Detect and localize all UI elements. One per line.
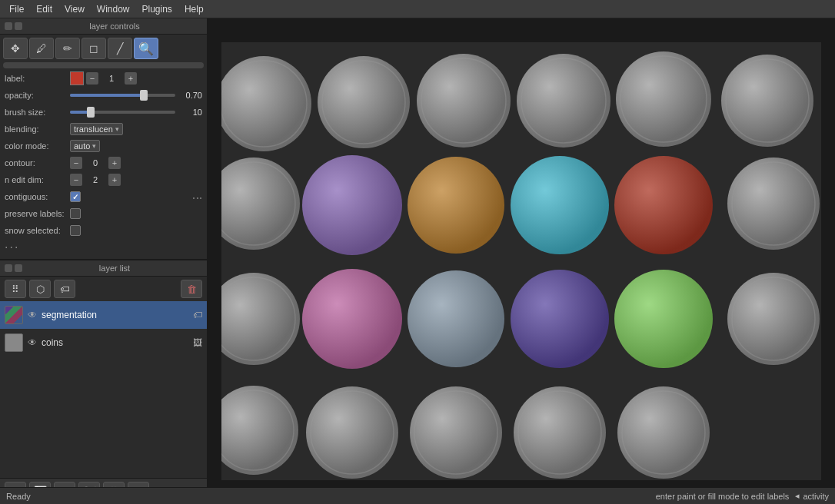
contiguous-value: ✓ <box>70 191 202 202</box>
svg-point-15 <box>302 155 402 255</box>
show-selected-row: snow selected: <box>0 222 207 239</box>
blending-select-value: translucen <box>74 124 113 134</box>
delete-layer-btn[interactable]: 🗑 <box>181 280 202 298</box>
label-color-swatch[interactable] <box>70 71 84 85</box>
color-mode-label: color mode: <box>5 141 70 151</box>
label-increment[interactable]: + <box>125 72 137 85</box>
fill-tool-btn[interactable]: ✏ <box>55 38 80 59</box>
contour-value-display: 0 <box>84 158 107 167</box>
paint-tool-btn[interactable]: 🖊 <box>29 38 54 59</box>
svg-point-5 <box>417 54 511 148</box>
blending-row: blending: translucen ▾ <box>0 121 207 138</box>
n-edit-dim-decrement[interactable]: − <box>70 174 82 186</box>
svg-point-18 <box>614 156 713 254</box>
new-points-layer-btn[interactable]: ⠿ <box>5 280 26 298</box>
erase-tool-btn[interactable]: ◻ <box>82 38 106 59</box>
menu-item-view[interactable]: View <box>58 2 91 16</box>
menu-item-plugins[interactable]: Plugins <box>136 2 178 16</box>
label-value-display: 1 <box>100 74 123 83</box>
menu-item-edit[interactable]: Edit <box>30 2 58 16</box>
layer-list-icon-2[interactable] <box>15 264 22 272</box>
svg-point-26 <box>614 270 713 368</box>
segmentation-layer-thumbnail <box>5 306 23 324</box>
contiguous-more-menu[interactable]: ⋮ <box>191 193 204 201</box>
color-mode-select[interactable]: auto ▾ <box>70 140 100 152</box>
segmentation-layer-type-icon: 🏷 <box>193 310 202 320</box>
show-selected-checkbox[interactable] <box>70 225 81 236</box>
tool-row: ✥ 🖊 ✏ ◻ ╱ 🔍 <box>0 35 207 61</box>
opacity-slider-track[interactable] <box>70 94 175 97</box>
segmentation-layer-visibility-toggle[interactable]: 👁 <box>26 309 38 321</box>
more-label: ··· <box>5 240 19 254</box>
activity-icon: ◂ <box>795 491 800 501</box>
menu-item-help[interactable]: Help <box>178 2 210 16</box>
svg-point-7 <box>517 54 610 148</box>
contiguous-checkbox[interactable]: ✓ <box>70 191 81 202</box>
label-decrement[interactable]: − <box>86 72 98 85</box>
line-tool-btn[interactable]: ╱ <box>108 38 132 59</box>
n-edit-dim-row: n edit dim: − 2 + <box>0 171 207 188</box>
activity-button[interactable]: ◂ activity <box>795 491 829 501</box>
controls-scrollbar[interactable] <box>3 62 204 68</box>
svg-point-17 <box>511 156 609 254</box>
coins-canvas[interactable] <box>221 42 821 480</box>
n-edit-dim-increment[interactable]: + <box>108 174 121 186</box>
canvas-area <box>208 18 835 504</box>
new-shapes-layer-btn[interactable]: ⬡ <box>29 280 51 298</box>
layer-list-title: layer list <box>27 264 202 273</box>
menu-bar: FileEditViewWindowPluginsHelp <box>0 0 835 18</box>
svg-point-11 <box>721 55 813 147</box>
svg-point-9 <box>616 51 711 147</box>
n-edit-dim-num-control: − 2 + <box>70 174 121 186</box>
preserve-labels-checkbox[interactable] <box>70 208 81 219</box>
contour-increment[interactable]: + <box>108 157 121 169</box>
n-edit-dim-value-display: 2 <box>84 175 107 184</box>
layer-list-panel: layer list ⠿ ⬡ 🏷 🗑 👁 segmentation 🏷 👁 c <box>0 260 207 478</box>
layer-actions: ⠿ ⬡ 🏷 🗑 <box>0 277 207 301</box>
opacity-slider-thumb[interactable] <box>140 90 148 101</box>
contiguous-label: contiguous: <box>5 192 70 201</box>
color-mode-row: color mode: auto ▾ <box>0 138 207 154</box>
menu-item-window[interactable]: Window <box>91 2 136 16</box>
color-mode-value: auto ▾ <box>70 140 202 152</box>
header-icon-1[interactable] <box>5 22 12 30</box>
blending-select[interactable]: translucen ▾ <box>70 123 123 135</box>
segmentation-layer-row[interactable]: 👁 segmentation 🏷 <box>0 301 207 329</box>
coins-layer-visibility-toggle[interactable]: 👁 <box>26 337 38 349</box>
transform-tool-btn[interactable]: ✥ <box>3 38 28 59</box>
contour-decrement[interactable]: − <box>70 157 82 169</box>
coins-layer-thumbnail <box>5 333 23 352</box>
brush-size-slider-track[interactable] <box>70 111 175 114</box>
segmentation-layer-name: segmentation <box>42 310 190 320</box>
opacity-label: opacity: <box>5 91 70 100</box>
layer-list-icon-1[interactable] <box>5 264 12 272</box>
show-selected-label: snow selected: <box>5 226 70 235</box>
label-row: label: − 1 + <box>0 70 207 87</box>
brush-size-slider-thumb[interactable] <box>87 107 95 118</box>
svg-point-24 <box>408 270 504 367</box>
main-layout: layer controls ✥ 🖊 ✏ ◻ ╱ 🔍 label: − <box>0 18 835 504</box>
label-num-control: − 1 + <box>86 72 137 85</box>
brush-size-value: 10 <box>70 108 202 117</box>
header-icon-2[interactable] <box>15 22 22 30</box>
menu-item-file[interactable]: File <box>3 2 30 16</box>
statusbar: Ready enter paint or fill mode to edit l… <box>0 487 835 504</box>
blending-value: translucen ▾ <box>70 123 202 135</box>
svg-point-25 <box>511 270 609 368</box>
layer-controls-panel: layer controls ✥ 🖊 ✏ ◻ ╱ 🔍 label: − <box>0 18 207 260</box>
new-labels-layer-btn[interactable]: 🏷 <box>54 280 75 298</box>
opacity-row: opacity: 0.70 <box>0 87 207 104</box>
coins-layer-row[interactable]: 👁 coins 🖼 <box>0 329 207 356</box>
preserve-labels-label: preserve labels: <box>5 209 70 218</box>
search-tool-btn[interactable]: 🔍 <box>134 38 158 59</box>
preserve-labels-value <box>70 208 202 219</box>
more-controls-btn[interactable]: ··· <box>0 239 207 256</box>
svg-point-31 <box>306 386 398 479</box>
status-message: enter paint or fill mode to edit labels <box>656 492 790 501</box>
brush-size-label: brush size: <box>5 108 70 117</box>
contour-value: − 0 + <box>70 157 202 169</box>
svg-point-3 <box>318 56 410 148</box>
left-panel: layer controls ✥ 🖊 ✏ ◻ ╱ 🔍 label: − <box>0 18 208 504</box>
blending-select-arrow: ▾ <box>115 125 119 133</box>
coins-layer-name: coins <box>42 337 190 348</box>
